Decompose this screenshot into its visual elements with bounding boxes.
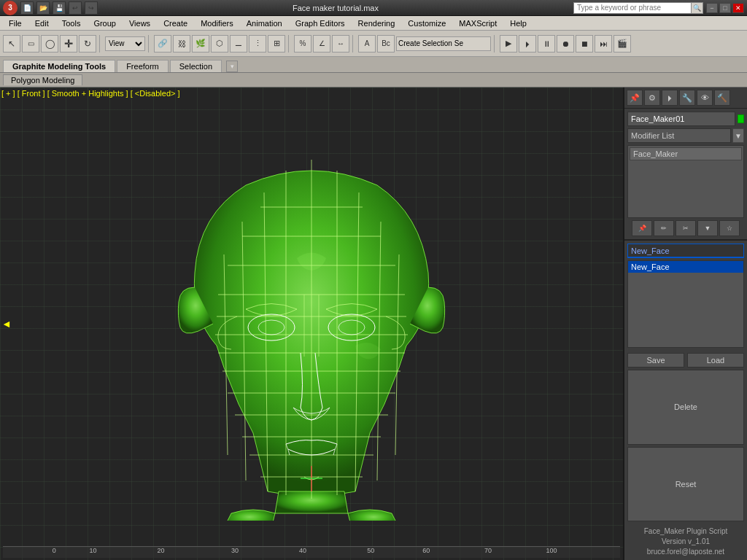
hierarchy-btn[interactable]: 🌿 xyxy=(192,35,209,52)
save-btn[interactable]: 💾 xyxy=(53,1,66,15)
make-unique-btn[interactable]: ☆ xyxy=(719,220,740,236)
open-btn[interactable]: 📂 xyxy=(36,1,50,15)
edit-stack-btn[interactable]: ✏ xyxy=(654,220,674,236)
spacing-btn[interactable]: ⋮ xyxy=(249,35,266,52)
modifier-list-label: Modifier List xyxy=(627,128,731,143)
ruler-mark-30: 30 xyxy=(231,547,239,554)
link-btn[interactable]: 🔗 xyxy=(154,35,171,52)
menu-file[interactable]: File xyxy=(3,18,28,28)
bind-btn[interactable]: ⛓ xyxy=(173,35,190,52)
menu-graph-editors[interactable]: Graph Editors xyxy=(290,18,351,28)
maximize-button[interactable]: □ xyxy=(719,3,731,13)
face-mesh-svg xyxy=(158,141,465,521)
menu-customize[interactable]: Customize xyxy=(402,18,452,28)
tab-graphite-modeling[interactable]: Graphite Modeling Tools xyxy=(3,60,115,72)
search-icon[interactable]: 🔍 xyxy=(691,3,703,13)
array-btn[interactable]: ⊞ xyxy=(268,35,285,52)
mirror-btn[interactable]: ⬡ xyxy=(211,35,228,52)
rp-btn-utility[interactable]: 🔨 xyxy=(714,90,730,106)
plugin-info: Face_Maker Plugin Script Version v_1.01 … xyxy=(627,526,744,557)
minimize-button[interactable]: − xyxy=(706,3,718,13)
modifier-item[interactable]: Face_Maker xyxy=(630,147,742,160)
render-final-btn[interactable]: 🎬 xyxy=(614,35,631,52)
rp-icons-row: 📌 ⚙ ⏵ 🔧 👁 🔨 xyxy=(624,88,747,109)
move-btn[interactable]: ✛ xyxy=(60,35,77,52)
rp-btn-display[interactable]: 👁 xyxy=(697,90,713,106)
subtab-row: Polygon Modeling xyxy=(0,73,747,88)
preset-item-new-face[interactable]: New_Face xyxy=(628,261,743,273)
menu-modifiers[interactable]: Modifiers xyxy=(195,18,239,28)
preset-name-input[interactable] xyxy=(627,244,744,258)
menu-group[interactable]: Group xyxy=(88,18,122,28)
search-area[interactable]: 🔍 xyxy=(573,2,703,14)
preset-save-load-row: Save Load xyxy=(627,353,744,368)
preset-reset-btn[interactable]: Reset xyxy=(627,447,744,522)
media-stop-btn[interactable]: ⏹ xyxy=(576,35,593,52)
ruler-mark-20: 20 xyxy=(158,547,165,554)
app-logo: 3 xyxy=(3,1,18,15)
media-next-btn[interactable]: ⏭ xyxy=(595,35,612,52)
toolbar-separator-2 xyxy=(148,35,151,52)
preset-load-btn[interactable]: Load xyxy=(687,353,744,368)
menu-maxscript[interactable]: MAXScript xyxy=(453,18,503,28)
viewport-area: [ + ] [ Front ] [ Smooth + Highlights ] … xyxy=(0,88,623,560)
subtab-polygon-modeling[interactable]: Polygon Modeling xyxy=(3,74,82,85)
object-name-row xyxy=(627,112,744,126)
search-input[interactable] xyxy=(574,4,691,12)
menu-animation[interactable]: Animation xyxy=(241,18,288,28)
viewport[interactable]: [ + ] [ Front ] [ Smooth + Highlights ] … xyxy=(0,88,623,560)
percent-btn[interactable]: % xyxy=(294,35,311,52)
select-tool-btn[interactable]: ↖ xyxy=(3,35,20,52)
tab-close-button[interactable]: ▾ xyxy=(226,61,238,72)
view-select[interactable]: View xyxy=(105,36,145,51)
title-bar: 3 📄 📂 💾 ↩ ↪ Face maker tutorial.max 🔍 − … xyxy=(0,0,747,16)
render3-btn[interactable]: ⏸ xyxy=(538,35,555,52)
render2-btn[interactable]: ⏵ xyxy=(519,35,536,52)
rp-btn-pin[interactable]: 📌 xyxy=(627,90,643,106)
dist-btn[interactable]: ↔ xyxy=(332,35,349,52)
tab-freeform[interactable]: Freeform xyxy=(117,60,169,72)
window-title: Face maker tutorial.max xyxy=(98,4,573,12)
preset-delete-btn[interactable]: Delete xyxy=(627,370,744,445)
ruler-mark-60: 60 xyxy=(422,547,430,554)
menu-views[interactable]: Views xyxy=(123,18,156,28)
modifier-list-row: Modifier List ▼ xyxy=(627,128,744,143)
main-toolbar: ↖ ▭ ◯ ✛ ↻ View 🔗 ⛓ 🌿 ⬡ ⚊ ⋮ ⊞ % ∠ ↔ A Bc … xyxy=(0,31,747,57)
pin-stack-btn[interactable]: 📌 xyxy=(632,220,652,236)
bone-btn[interactable]: A xyxy=(358,35,376,52)
menu-rendering[interactable]: Rendering xyxy=(352,18,401,28)
media-play-btn[interactable]: ⏺ xyxy=(557,35,574,52)
rotate-btn[interactable]: ↻ xyxy=(79,35,96,52)
ruler-mark-50: 50 xyxy=(367,547,374,554)
rp-btn-hierarchy[interactable]: 🔧 xyxy=(679,90,695,106)
preset-save-btn[interactable]: Save xyxy=(627,353,684,368)
ik-btn[interactable]: Bc xyxy=(377,35,395,52)
viewport-nav-left[interactable]: ◄ xyxy=(1,318,12,330)
selection-set-input[interactable] xyxy=(396,36,491,51)
close-button[interactable]: ✕ xyxy=(732,3,744,13)
rect-select-btn[interactable]: ▭ xyxy=(22,35,39,52)
modifier-list-dropdown[interactable]: ▼ xyxy=(732,128,744,143)
redo-btn[interactable]: ↪ xyxy=(85,1,98,15)
align-btn[interactable]: ⚊ xyxy=(230,35,247,52)
menu-help[interactable]: Help xyxy=(504,18,533,28)
ruler-mark-100: 100 xyxy=(546,547,557,554)
rp-btn-motion[interactable]: ⏵ xyxy=(662,90,678,106)
rp-btn-modifier[interactable]: ⚙ xyxy=(644,90,660,106)
object-name-input[interactable] xyxy=(627,112,735,126)
collapse-btn[interactable]: ▼ xyxy=(697,220,718,236)
toolbar-separator-3 xyxy=(288,35,291,52)
stack-actions: 📌 ✏ ✂ ▼ ☆ xyxy=(627,220,744,236)
circle-select-btn[interactable]: ◯ xyxy=(41,35,58,52)
menu-tools[interactable]: Tools xyxy=(56,18,87,28)
render1-btn[interactable]: ▶ xyxy=(500,35,517,52)
tab-selection[interactable]: Selection xyxy=(170,60,222,72)
remove-modifier-btn[interactable]: ✂ xyxy=(676,220,696,236)
angle-btn[interactable]: ∠ xyxy=(313,35,330,52)
menu-edit[interactable]: Edit xyxy=(29,18,55,28)
new-btn[interactable]: 📄 xyxy=(20,1,34,15)
undo-btn[interactable]: ↩ xyxy=(69,1,82,15)
menu-create[interactable]: Create xyxy=(158,18,193,28)
toolbar-separator-5 xyxy=(494,35,497,52)
ruler-mark-40: 40 xyxy=(299,547,306,554)
